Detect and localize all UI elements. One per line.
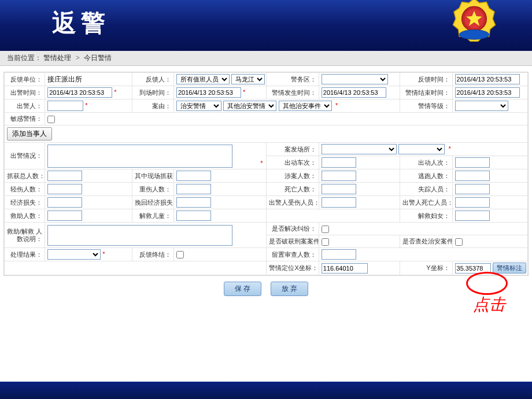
input-jqjssj[interactable] [455, 87, 520, 98]
select-fkr-type[interactable]: 所有值班人员 [176, 74, 230, 84]
select-ay2[interactable]: 其他治安警情 [223, 101, 276, 111]
required-star: * [102, 250, 105, 257]
required-star: * [243, 88, 245, 95]
label-lzsars: 留置审查人数： [267, 248, 319, 261]
input-cjr[interactable] [47, 101, 83, 111]
label-jqdwx: 警情定位X坐标： [267, 261, 319, 275]
checkbox-mgjq[interactable] [47, 116, 55, 123]
input-qzxcbh[interactable] [176, 171, 211, 181]
label-yzb: Y坐标： [400, 261, 452, 275]
label-sfczzaaj: 是否查处治安案件： [400, 235, 452, 248]
label-cdrc: 出动人次： [400, 156, 452, 169]
input-jjfn[interactable] [455, 210, 490, 221]
input-zsrs[interactable] [176, 184, 211, 194]
select-cljg[interactable] [47, 249, 101, 260]
textarea-jzjjsm[interactable] [47, 225, 232, 246]
form-grid: 反馈单位： 接庄派出所 反馈人： 所有值班人员 马龙江 * 警务区： 反馈时间：… [4, 72, 528, 275]
select-jqdj[interactable] [455, 101, 508, 111]
required-star: * [114, 88, 116, 95]
nomark-link[interactable]: 不标注 [527, 264, 528, 271]
select-ay3[interactable]: 其他治安事件 [279, 101, 332, 111]
label-jqjssj: 警情结束时间： [400, 86, 452, 99]
textarea-cjqk[interactable] [47, 145, 232, 168]
select-fkr-name[interactable]: 马龙江 [231, 74, 265, 84]
input-fksj[interactable] [455, 74, 520, 84]
label-jqdj: 警情等级： [400, 99, 452, 113]
footer-buttons: 保 存 放 弃 [3, 276, 529, 302]
label-jzrs: 救助人数： [5, 209, 45, 223]
input-x[interactable] [322, 263, 368, 274]
input-jjet[interactable] [176, 210, 211, 221]
page-title: 返警 [52, 7, 110, 39]
input-cdcc[interactable] [322, 157, 356, 168]
input-jzrs[interactable] [47, 210, 82, 221]
select-jwq[interactable] [322, 74, 388, 84]
footer-bar [0, 382, 532, 399]
checkbox-sfphlxaj[interactable] [322, 238, 329, 246]
input-bhzsn[interactable] [47, 171, 82, 181]
checkbox-fkzj[interactable] [176, 251, 184, 258]
label-cjrswry: 出警人死亡人员： [400, 196, 452, 209]
label-cjqk: 出警情况： [5, 143, 45, 169]
form-area: 反馈单位： 接庄派出所 反馈人： 所有值班人员 马龙江 * 警务区： 反馈时间：… [3, 72, 529, 276]
breadcrumb: 当前位置： 警情处理 > 今日警情 [0, 51, 532, 66]
input-y[interactable] [455, 263, 491, 274]
label-cjsj: 出警时间： [5, 86, 45, 99]
input-cjrssry[interactable] [322, 197, 356, 208]
cancel-button[interactable]: 放 弃 [271, 282, 308, 296]
input-tprs[interactable] [455, 171, 490, 181]
input-qsrs[interactable] [47, 184, 82, 194]
input-hfjjss[interactable] [176, 197, 211, 208]
label-bhzsn: 抓获总人数： [5, 169, 45, 183]
label-jjss: 经济损失： [5, 196, 45, 209]
select-ay1[interactable]: 治安警情 [176, 101, 221, 111]
mark-button[interactable]: 警情标注 [493, 263, 526, 274]
select-afcs1[interactable] [322, 144, 397, 154]
label-szry: 失踪人员： [400, 183, 452, 196]
breadcrumb-prefix: 当前位置： [7, 54, 42, 62]
label-fksj: 反馈时间： [400, 73, 452, 86]
label-cjr: 出警人： [5, 99, 45, 113]
input-cdrc[interactable] [455, 157, 490, 168]
input-sars[interactable] [322, 171, 356, 181]
label-dcsj: 到场时间： [132, 86, 173, 99]
label-afcs: 案发场所： [267, 143, 319, 156]
breadcrumb-part1: 警情处理 [43, 54, 71, 62]
label-fkzj: 反馈终结： [132, 248, 173, 261]
input-dcsj[interactable] [176, 87, 241, 98]
content-area: 反馈单位： 接庄派出所 反馈人： 所有值班人员 马龙江 * 警务区： 反馈时间：… [0, 66, 532, 385]
label-mgjq: 敏感警情： [5, 113, 45, 125]
required-star: * [260, 160, 263, 167]
required-star: * [335, 102, 338, 109]
input-cjsj[interactable] [47, 87, 112, 98]
checkbox-sfjjjf[interactable] [322, 226, 329, 233]
label-jzjjsm: 救助/解救 人数说明： [5, 223, 45, 248]
breadcrumb-sep: > [76, 54, 80, 62]
label-sfphlxaj: 是否破获刑案案件： [267, 235, 319, 248]
add-party-button[interactable]: 添加当事人 [7, 127, 52, 141]
app-header: 返警 [0, 0, 532, 51]
input-cjrswry[interactable] [455, 197, 490, 208]
input-jjss[interactable] [47, 197, 82, 208]
label-qzxcbh: 其中现场抓获： [132, 169, 173, 183]
breadcrumb-part2: 今日警情 [84, 54, 112, 62]
label-sars: 涉案人数： [267, 169, 319, 183]
label-sfjjjf: 是否解决纠纷： [267, 223, 319, 235]
label-jjet: 解救儿童： [132, 209, 173, 223]
input-szry[interactable] [455, 184, 490, 194]
input-lzsars[interactable] [322, 249, 356, 260]
label-fkr: 反馈人： [132, 73, 173, 86]
label-fkdw: 反馈单位： [5, 73, 45, 86]
label-cljg: 处理结果： [5, 248, 45, 261]
label-cjrssry: 出警人受伤人员： [267, 196, 319, 209]
required-star: * [448, 145, 450, 152]
required-star: * [85, 102, 87, 109]
input-jqfssj[interactable] [322, 87, 386, 98]
input-swrs[interactable] [322, 184, 356, 194]
select-afcs2[interactable] [398, 144, 445, 154]
label-tprs: 逃跑人数： [400, 169, 452, 183]
checkbox-sfczzaaj[interactable] [455, 238, 463, 246]
save-button[interactable]: 保 存 [224, 282, 261, 296]
value-fkdw: 接庄派出所 [47, 75, 82, 83]
label-cdcc: 出动车次： [267, 156, 319, 169]
